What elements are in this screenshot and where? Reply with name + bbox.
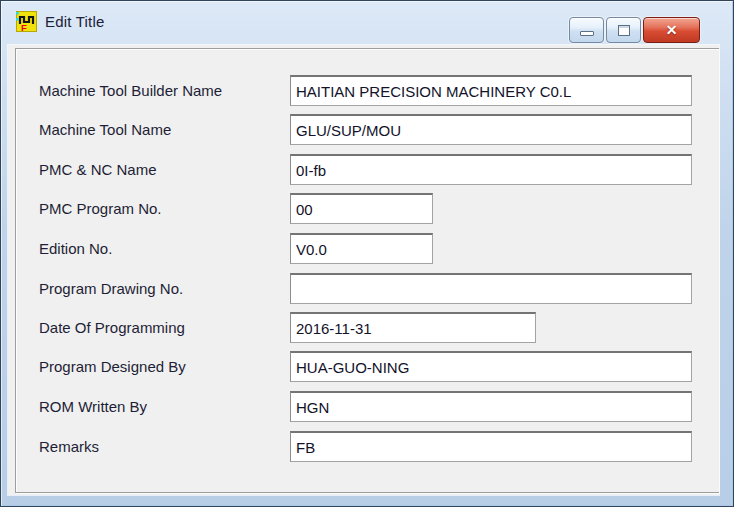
field-label-machine-tool-builder-name: Machine Tool Builder Name	[39, 75, 222, 106]
form-row: ROM Written By	[8, 391, 719, 422]
field-label-edition-no: Edition No.	[39, 233, 112, 264]
form-row: Machine Tool Builder Name	[8, 75, 719, 106]
machine-tool-builder-name-input[interactable]	[290, 75, 692, 106]
form-row: Edition No.	[8, 233, 719, 264]
dialog-client-area: Machine Tool Builder Name Machine Tool N…	[8, 45, 719, 495]
field-label-pmc-nc-name: PMC & NC Name	[39, 154, 157, 185]
window-title: Edit Title	[45, 13, 105, 30]
form-row: Date Of Programming	[8, 312, 719, 343]
form-row: Machine Tool Name	[8, 114, 719, 145]
title-bar[interactable]: F Edit Title ✕	[1, 1, 733, 45]
form-row: PMC & NC Name	[8, 154, 719, 185]
pmc-nc-name-input[interactable]	[290, 154, 692, 185]
field-label-program-designed-by: Program Designed By	[39, 351, 186, 382]
minimize-button[interactable]	[569, 17, 604, 43]
maximize-icon	[618, 25, 630, 36]
rom-written-by-input[interactable]	[290, 391, 692, 422]
program-drawing-no-input[interactable]	[290, 273, 692, 304]
fanuc-ladder-icon[interactable]: F	[16, 11, 37, 32]
close-icon: ✕	[666, 23, 678, 37]
date-of-programming-input[interactable]	[290, 312, 536, 343]
field-label-pmc-program-no: PMC Program No.	[39, 193, 162, 224]
form-row: Remarks	[8, 431, 719, 462]
maximize-button[interactable]	[606, 17, 641, 43]
field-label-program-drawing-no: Program Drawing No.	[39, 273, 183, 304]
form-row: Program Drawing No.	[8, 273, 719, 304]
pmc-program-no-input[interactable]	[290, 193, 433, 224]
program-designed-by-input[interactable]	[290, 351, 692, 382]
field-label-rom-written-by: ROM Written By	[39, 391, 147, 422]
field-label-date-of-programming: Date Of Programming	[39, 312, 185, 343]
form-row: Program Designed By	[8, 351, 719, 382]
form-row: PMC Program No.	[8, 193, 719, 224]
close-button[interactable]: ✕	[643, 17, 700, 43]
minimize-icon	[580, 31, 594, 36]
field-label-machine-tool-name: Machine Tool Name	[39, 114, 171, 145]
remarks-input[interactable]	[290, 431, 692, 462]
edit-title-window: F Edit Title ✕ Machine Tool Builder Name…	[0, 0, 734, 507]
field-label-remarks: Remarks	[39, 431, 99, 462]
edition-no-input[interactable]	[290, 233, 433, 264]
svg-text:F: F	[21, 22, 27, 33]
machine-tool-name-input[interactable]	[290, 114, 692, 145]
